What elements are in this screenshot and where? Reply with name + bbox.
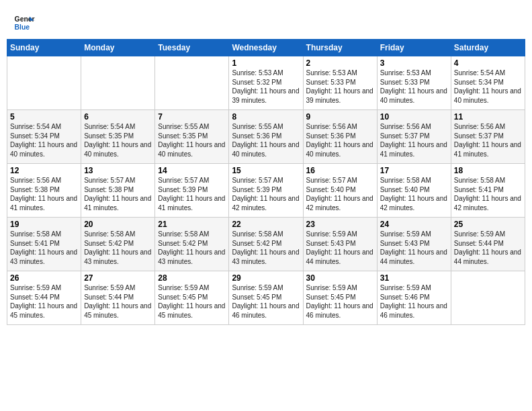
day-info: Sunrise: 5:55 AMSunset: 5:36 PMDaylight:… <box>232 122 300 158</box>
page-header: General Blue <box>7 7 525 36</box>
day-number: 10 <box>380 112 448 122</box>
day-number: 15 <box>232 166 300 175</box>
day-info: Sunrise: 5:54 AMSunset: 5:34 PMDaylight:… <box>10 122 78 158</box>
day-info: Sunrise: 5:57 AMSunset: 5:40 PMDaylight:… <box>306 176 374 212</box>
calendar-cell: 15Sunrise: 5:57 AMSunset: 5:39 PMDayligh… <box>229 164 303 218</box>
calendar-cell: 6Sunrise: 5:54 AMSunset: 5:35 PMDaylight… <box>81 110 155 164</box>
weekday-header-sunday: Sunday <box>7 40 81 56</box>
day-info: Sunrise: 5:59 AMSunset: 5:45 PMDaylight:… <box>306 283 374 320</box>
day-info: Sunrise: 5:59 AMSunset: 5:45 PMDaylight:… <box>158 283 226 320</box>
weekday-header-friday: Friday <box>377 40 451 56</box>
calendar-cell: 12Sunrise: 5:56 AMSunset: 5:38 PMDayligh… <box>7 164 81 218</box>
day-info: Sunrise: 5:57 AMSunset: 5:38 PMDaylight:… <box>84 176 152 212</box>
day-info: Sunrise: 5:53 AMSunset: 5:32 PMDaylight:… <box>232 68 300 105</box>
day-number: 29 <box>232 273 300 283</box>
day-info: Sunrise: 5:58 AMSunset: 5:40 PMDaylight:… <box>380 176 448 212</box>
calendar-cell: 5Sunrise: 5:54 AMSunset: 5:34 PMDaylight… <box>7 110 81 164</box>
calendar-cell: 24Sunrise: 5:59 AMSunset: 5:43 PMDayligh… <box>377 218 451 271</box>
day-number: 8 <box>232 112 300 122</box>
day-number: 27 <box>84 273 152 283</box>
calendar-cell: 1Sunrise: 5:53 AMSunset: 5:32 PMDaylight… <box>229 56 303 110</box>
day-number: 11 <box>454 112 522 122</box>
day-number: 19 <box>10 220 78 229</box>
day-number: 25 <box>454 220 522 229</box>
day-number: 2 <box>306 58 374 68</box>
day-number: 6 <box>84 112 152 122</box>
calendar-cell: 9Sunrise: 5:56 AMSunset: 5:36 PMDaylight… <box>303 110 377 164</box>
calendar-cell: 28Sunrise: 5:59 AMSunset: 5:45 PMDayligh… <box>155 271 229 325</box>
calendar-cell: 4Sunrise: 5:54 AMSunset: 5:34 PMDaylight… <box>451 56 525 110</box>
day-info: Sunrise: 5:58 AMSunset: 5:41 PMDaylight:… <box>10 230 78 266</box>
calendar-cell: 22Sunrise: 5:58 AMSunset: 5:42 PMDayligh… <box>229 218 303 271</box>
day-info: Sunrise: 5:59 AMSunset: 5:44 PMDaylight:… <box>84 283 152 320</box>
day-number: 20 <box>84 220 152 229</box>
day-info: Sunrise: 5:56 AMSunset: 5:37 PMDaylight:… <box>454 122 522 158</box>
day-info: Sunrise: 5:56 AMSunset: 5:38 PMDaylight:… <box>10 176 78 212</box>
weekday-header-saturday: Saturday <box>451 40 525 56</box>
day-info: Sunrise: 5:57 AMSunset: 5:39 PMDaylight:… <box>232 176 300 212</box>
day-info: Sunrise: 5:59 AMSunset: 5:44 PMDaylight:… <box>10 283 78 320</box>
day-number: 12 <box>10 166 78 175</box>
day-number: 31 <box>380 273 448 283</box>
day-number: 23 <box>306 220 374 229</box>
calendar-cell: 21Sunrise: 5:58 AMSunset: 5:42 PMDayligh… <box>155 218 229 271</box>
calendar-cell: 7Sunrise: 5:55 AMSunset: 5:35 PMDaylight… <box>155 110 229 164</box>
calendar-cell: 20Sunrise: 5:58 AMSunset: 5:42 PMDayligh… <box>81 218 155 271</box>
day-number: 1 <box>232 58 300 68</box>
day-info: Sunrise: 5:54 AMSunset: 5:35 PMDaylight:… <box>84 122 152 158</box>
day-info: Sunrise: 5:58 AMSunset: 5:42 PMDaylight:… <box>158 230 226 266</box>
calendar-cell <box>155 56 229 110</box>
calendar-cell: 26Sunrise: 5:59 AMSunset: 5:44 PMDayligh… <box>7 271 81 325</box>
calendar-cell: 18Sunrise: 5:58 AMSunset: 5:41 PMDayligh… <box>451 164 525 218</box>
day-info: Sunrise: 5:59 AMSunset: 5:46 PMDaylight:… <box>380 283 448 320</box>
calendar-cell: 17Sunrise: 5:58 AMSunset: 5:40 PMDayligh… <box>377 164 451 218</box>
calendar-cell: 10Sunrise: 5:56 AMSunset: 5:37 PMDayligh… <box>377 110 451 164</box>
calendar-cell: 8Sunrise: 5:55 AMSunset: 5:36 PMDaylight… <box>229 110 303 164</box>
weekday-header-tuesday: Tuesday <box>155 40 229 56</box>
day-info: Sunrise: 5:55 AMSunset: 5:35 PMDaylight:… <box>158 122 226 158</box>
day-number: 4 <box>454 58 522 68</box>
calendar-cell <box>7 56 81 110</box>
day-number: 24 <box>380 220 448 229</box>
calendar-cell: 31Sunrise: 5:59 AMSunset: 5:46 PMDayligh… <box>377 271 451 325</box>
calendar-cell: 29Sunrise: 5:59 AMSunset: 5:45 PMDayligh… <box>229 271 303 325</box>
day-info: Sunrise: 5:58 AMSunset: 5:41 PMDaylight:… <box>454 176 522 212</box>
day-info: Sunrise: 5:56 AMSunset: 5:36 PMDaylight:… <box>306 122 374 158</box>
day-info: Sunrise: 5:58 AMSunset: 5:42 PMDaylight:… <box>232 230 300 266</box>
day-number: 9 <box>306 112 374 122</box>
day-number: 13 <box>84 166 152 175</box>
calendar-cell: 23Sunrise: 5:59 AMSunset: 5:43 PMDayligh… <box>303 218 377 271</box>
calendar-table: SundayMondayTuesdayWednesdayThursdayFrid… <box>7 39 525 325</box>
day-number: 17 <box>380 166 448 175</box>
weekday-header-thursday: Thursday <box>303 40 377 56</box>
day-number: 30 <box>306 273 374 283</box>
day-number: 16 <box>306 166 374 175</box>
calendar-cell: 19Sunrise: 5:58 AMSunset: 5:41 PMDayligh… <box>7 218 81 271</box>
day-info: Sunrise: 5:59 AMSunset: 5:43 PMDaylight:… <box>306 230 374 266</box>
calendar-cell <box>451 271 525 325</box>
weekday-header-monday: Monday <box>81 40 155 56</box>
calendar-cell: 30Sunrise: 5:59 AMSunset: 5:45 PMDayligh… <box>303 271 377 325</box>
svg-text:Blue: Blue <box>15 24 30 31</box>
calendar-cell: 14Sunrise: 5:57 AMSunset: 5:39 PMDayligh… <box>155 164 229 218</box>
day-info: Sunrise: 5:59 AMSunset: 5:43 PMDaylight:… <box>380 230 448 266</box>
day-number: 26 <box>10 273 78 283</box>
day-number: 5 <box>10 112 78 122</box>
calendar-cell: 27Sunrise: 5:59 AMSunset: 5:44 PMDayligh… <box>81 271 155 325</box>
calendar-cell: 16Sunrise: 5:57 AMSunset: 5:40 PMDayligh… <box>303 164 377 218</box>
day-info: Sunrise: 5:59 AMSunset: 5:45 PMDaylight:… <box>232 283 300 320</box>
weekday-header-wednesday: Wednesday <box>229 40 303 56</box>
day-number: 7 <box>158 112 226 122</box>
day-number: 21 <box>158 220 226 229</box>
day-info: Sunrise: 5:54 AMSunset: 5:34 PMDaylight:… <box>454 68 522 105</box>
day-info: Sunrise: 5:59 AMSunset: 5:44 PMDaylight:… <box>454 230 522 266</box>
day-info: Sunrise: 5:53 AMSunset: 5:33 PMDaylight:… <box>380 68 448 105</box>
day-number: 22 <box>232 220 300 229</box>
day-number: 14 <box>158 166 226 175</box>
day-info: Sunrise: 5:56 AMSunset: 5:37 PMDaylight:… <box>380 122 448 158</box>
calendar-cell <box>81 56 155 110</box>
day-info: Sunrise: 5:58 AMSunset: 5:42 PMDaylight:… <box>84 230 152 266</box>
day-info: Sunrise: 5:53 AMSunset: 5:33 PMDaylight:… <box>306 68 374 105</box>
day-number: 3 <box>380 58 448 68</box>
calendar-cell: 25Sunrise: 5:59 AMSunset: 5:44 PMDayligh… <box>451 218 525 271</box>
